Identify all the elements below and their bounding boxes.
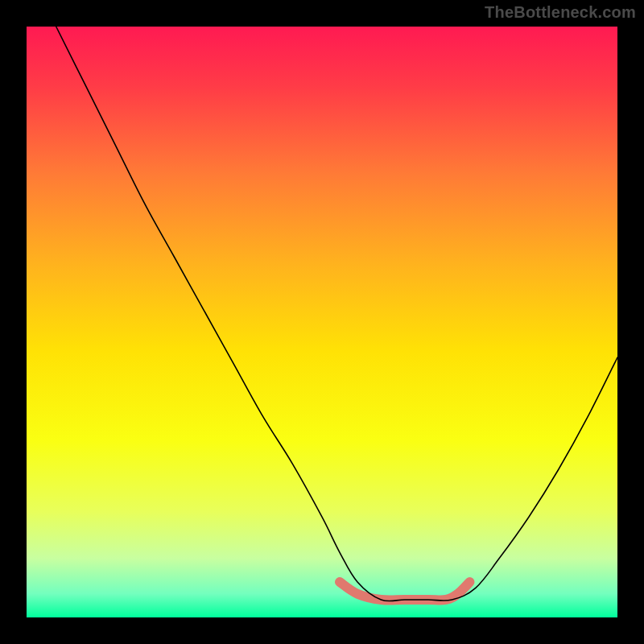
- bottleneck-chart: [0, 0, 644, 644]
- watermark-text: TheBottleneck.com: [485, 3, 636, 22]
- plot-background: [27, 27, 617, 617]
- chart-frame: { "watermark": "TheBottleneck.com", "cha…: [0, 0, 644, 644]
